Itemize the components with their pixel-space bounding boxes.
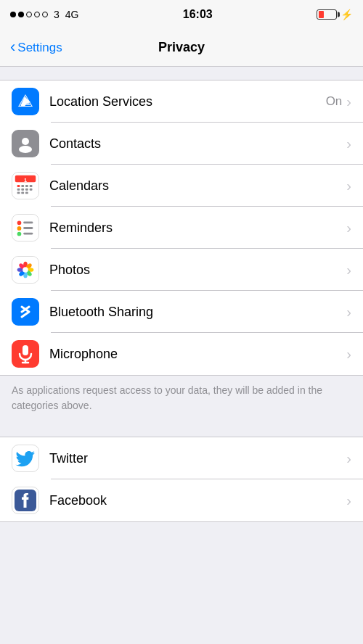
charging-icon: ⚡ [340,9,353,20]
location-services-label: Location Services [49,94,326,110]
facebook-label: Facebook [49,493,346,508]
calendars-row[interactable]: 1 Calendars › [0,165,363,207]
svg-rect-6 [21,185,24,187]
nav-bar: ‹ Settings Privacy [0,29,363,67]
network-label: 4G [65,9,79,20]
reminders-row[interactable]: Reminders › [0,207,363,249]
reminders-icon [12,214,39,242]
svg-rect-18 [23,221,33,223]
microphone-row[interactable]: Microphone › [0,333,363,375]
location-services-value: On [326,94,343,109]
dot-2 [18,12,24,17]
contacts-row[interactable]: Contacts › [0,123,363,165]
contacts-icon [12,130,39,157]
svg-rect-22 [23,233,33,235]
status-right: ⚡ [317,9,353,20]
status-bar: 3 4G 16:03 ⚡ [0,0,363,29]
svg-rect-14 [21,192,24,194]
svg-rect-11 [25,189,28,191]
svg-point-0 [22,138,29,145]
photos-row[interactable]: Photos › [0,249,363,291]
svg-rect-10 [21,189,24,191]
calendars-icon: 1 [12,172,39,199]
dot-4 [34,12,40,17]
microphone-label: Microphone [49,347,346,362]
svg-rect-9 [17,189,20,191]
carrier-label: 3 [54,9,60,20]
twitter-row[interactable]: Twitter › [0,437,363,479]
svg-rect-20 [23,227,33,229]
bluetooth-label: Bluetooth Sharing [49,305,346,320]
photos-chevron: › [346,262,351,278]
svg-rect-12 [30,189,33,191]
back-button[interactable]: ‹ Settings [10,41,62,55]
facebook-row[interactable]: Facebook › [0,479,363,521]
bluetooth-row[interactable]: Bluetooth Sharing › [0,291,363,333]
back-label: Settings [17,41,62,55]
section-gap-top [0,67,363,80]
back-chevron-icon: ‹ [10,39,15,55]
battery-icon [317,9,337,20]
svg-point-32 [23,267,28,273]
section-gap-middle [0,424,363,437]
svg-rect-33 [23,345,28,355]
contacts-label: Contacts [49,136,346,152]
svg-rect-7 [25,185,28,187]
twitter-label: Twitter [49,451,346,466]
location-services-row[interactable]: Location Services On › [0,80,363,123]
dot-1 [10,12,16,17]
location-services-icon [12,88,39,115]
dot-5 [42,12,48,17]
twitter-chevron: › [346,450,351,467]
dot-3 [26,12,32,17]
bluetooth-icon [12,298,39,326]
time-label: 16:03 [183,8,213,21]
main-section: Location Services On › Contacts › 1 [0,80,363,376]
contacts-chevron: › [346,136,351,152]
social-section: Twitter › Facebook › [0,437,363,522]
reminders-label: Reminders [49,220,346,236]
svg-point-17 [17,221,22,226]
reminders-chevron: › [346,220,351,236]
svg-text:1: 1 [24,177,27,183]
signal-dots [10,12,48,17]
twitter-icon [12,445,39,472]
battery-level [319,11,324,18]
svg-point-21 [17,232,22,236]
photos-label: Photos [49,263,346,278]
location-services-chevron: › [346,94,351,110]
page-title: Privacy [158,40,205,55]
microphone-icon [12,340,39,368]
svg-rect-15 [25,192,28,194]
calendars-chevron: › [346,178,351,194]
svg-rect-13 [17,192,20,194]
svg-rect-8 [30,185,33,187]
svg-point-1 [19,146,32,153]
calendars-label: Calendars [49,178,346,194]
bluetooth-chevron: › [346,304,351,321]
status-left: 3 4G [10,9,78,20]
facebook-chevron: › [346,492,351,509]
section-footer: As applications request access to your d… [0,376,363,424]
microphone-chevron: › [346,346,351,363]
svg-rect-5 [17,185,20,187]
facebook-icon [12,487,39,514]
svg-point-19 [17,226,22,231]
photos-icon [12,256,39,284]
